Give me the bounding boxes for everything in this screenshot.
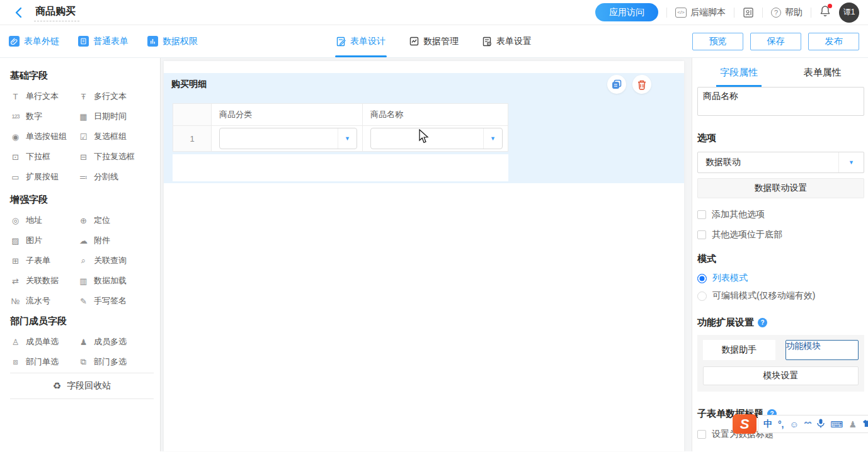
keyboard-icon[interactable]: ⌨: [830, 419, 843, 429]
data-link-settings-button[interactable]: 数据联动设置: [697, 178, 864, 198]
copy-widget-button[interactable]: [607, 75, 626, 94]
palette-item-department-multi[interactable]: ⧉部门多选: [78, 356, 154, 368]
palette-item-divider[interactable]: ≕分割线: [78, 171, 154, 183]
function-module-button[interactable]: 功能模块: [785, 340, 859, 360]
multi-dropdown-icon: ⊟: [78, 152, 89, 162]
list-mode-radio[interactable]: 列表模式: [697, 273, 864, 284]
category-select[interactable]: ▼: [219, 128, 357, 149]
preview-button[interactable]: 预览: [692, 33, 743, 50]
back-button[interactable]: [11, 6, 25, 20]
help-button[interactable]: ? 帮助: [771, 7, 802, 18]
chevron-left-icon: [15, 7, 22, 18]
punctuation-icon[interactable]: °,: [778, 419, 784, 429]
chinese-mode-icon[interactable]: 中: [763, 419, 772, 430]
chart-icon: ▥: [78, 276, 89, 286]
palette-item-linked-query[interactable]: ⌕关联查询: [78, 255, 154, 266]
publish-button[interactable]: 发布: [808, 33, 859, 50]
delete-widget-button[interactable]: [632, 75, 651, 94]
backend-script-button[interactable]: </> 后端脚本: [675, 7, 726, 18]
field-recycle-bin[interactable]: ♻ 字段回收站: [10, 373, 154, 399]
palette-item-member-single[interactable]: ♙成员单选: [10, 336, 78, 347]
chevron-down-icon[interactable]: ▼: [483, 128, 502, 149]
palette-item-radio-group[interactable]: ◉单选按钮组: [10, 131, 78, 142]
subform-icon: ⊞: [10, 256, 21, 266]
chevron-down-icon[interactable]: ▼: [338, 128, 357, 149]
column-header-category[interactable]: 商品分类: [212, 104, 363, 125]
palette-item-attachment[interactable]: ☁附件: [78, 235, 154, 246]
tab-form-properties[interactable]: 表单属性: [781, 58, 865, 87]
search-link-icon: ⌕: [78, 256, 89, 266]
palette-item-location[interactable]: ⊕定位: [78, 215, 154, 226]
recycle-icon: ♻: [53, 380, 61, 392]
extension-settings-label: 功能扩展设置 ?: [697, 317, 864, 329]
user-avatar[interactable]: 谭1: [839, 3, 859, 23]
name-select[interactable]: ▼: [370, 128, 503, 149]
column-header-index[interactable]: [173, 104, 212, 125]
external-link-entry[interactable]: 表单外链: [9, 36, 59, 47]
editable-mode-radio[interactable]: 可编辑模式(仅移动端有效): [697, 290, 864, 302]
save-button[interactable]: 保存: [750, 33, 801, 50]
palette-item-image[interactable]: ▨图片: [10, 235, 78, 246]
notification-button[interactable]: [819, 5, 831, 20]
plain-form-icon: [78, 36, 89, 47]
notification-badge: [828, 4, 832, 8]
add-other-option-checkbox[interactable]: 添加其他选项: [697, 209, 864, 220]
contacts-icon: [743, 7, 754, 18]
palette-item-number[interactable]: 123数字: [10, 111, 78, 122]
palette-item-select[interactable]: ⊡下拉框: [10, 151, 78, 162]
trash-icon: [637, 79, 647, 90]
mode-label: 模式: [697, 253, 864, 265]
palette-item-multi-line-text[interactable]: Ŧ多行文本: [78, 91, 154, 102]
account-icon[interactable]: ♟: [849, 419, 857, 429]
form-title[interactable]: 商品购买: [34, 4, 79, 21]
palette-item-signature[interactable]: ✎手写签名: [78, 295, 154, 307]
field-title-input[interactable]: 商品名称: [697, 87, 864, 116]
palette-item-multi-select[interactable]: ⊟下拉复选框: [78, 151, 154, 162]
subform-widget-selected[interactable]: 购买明细 商品分类 商品名称 1: [164, 73, 684, 183]
data-permission-entry[interactable]: 数据权限: [147, 36, 198, 47]
palette-item-checkbox-group[interactable]: ☑复选框组: [78, 131, 154, 142]
calendar-icon: ▦: [78, 112, 89, 121]
tab-field-properties[interactable]: 字段属性: [697, 58, 781, 87]
contacts-button[interactable]: [743, 7, 754, 18]
person-icon: ♙: [10, 337, 21, 347]
subform-title: 购买明细: [171, 79, 207, 90]
palette-item-single-line-text[interactable]: T单行文本: [10, 91, 78, 102]
button-icon: ▭: [10, 172, 21, 182]
palette-item-linked-data[interactable]: ⇄关联数据: [10, 275, 78, 286]
palette-item-member-multi[interactable]: ♟成员多选: [78, 336, 154, 347]
palette-item-address[interactable]: ◎地址: [10, 215, 78, 226]
radio-icon: [697, 291, 707, 301]
skin-icon[interactable]: [862, 419, 868, 429]
palette-item-subform[interactable]: ⊞子表单: [10, 255, 78, 266]
app-access-button[interactable]: 应用访问: [595, 3, 658, 21]
options-source-select[interactable]: 数据联动 ▼: [697, 152, 864, 173]
emoji-icon[interactable]: ☺: [790, 419, 799, 429]
tab-form-settings[interactable]: 表单设置: [483, 25, 532, 57]
module-settings-button[interactable]: 模块设置: [703, 366, 859, 385]
data-helper-button[interactable]: 数据助手: [703, 340, 775, 360]
divider-icon: ≕: [78, 172, 89, 182]
other-option-bottom-checkbox[interactable]: 其他选项位于底部: [697, 229, 864, 240]
row-index: 1: [173, 126, 212, 151]
checkbox-icon: [697, 230, 706, 239]
palette-item-extend-button[interactable]: ▭扩展按钮: [10, 171, 78, 183]
pen-icon: ✎: [78, 297, 89, 306]
palette-item-department-single[interactable]: ⧈部门单选: [10, 356, 78, 368]
voice-icon[interactable]: [817, 419, 825, 430]
departments-icon: ⧉: [78, 357, 89, 367]
palette-item-data-load[interactable]: ▥数据加载: [78, 275, 154, 286]
form-sheet[interactable]: 购买明细 商品分类 商品名称 1: [164, 61, 684, 451]
app-window: 商品购买 应用访问 </> 后端脚本 ? 帮助 谭1: [0, 0, 868, 452]
plain-form-entry[interactable]: 普通表单: [78, 36, 128, 47]
expression-icon[interactable]: ᵔᵔ: [804, 419, 812, 429]
column-header-name[interactable]: 商品名称: [363, 104, 508, 125]
help-icon[interactable]: ?: [758, 318, 767, 327]
tab-form-design[interactable]: 表单设计: [336, 25, 385, 57]
divider: [762, 8, 763, 18]
palette-item-serial-number[interactable]: №流水号: [10, 295, 78, 307]
tab-data-manage[interactable]: 数据管理: [409, 25, 459, 57]
table-row: 1 ▼ ▼: [173, 126, 508, 151]
sogou-logo[interactable]: S: [733, 414, 757, 434]
palette-item-datetime[interactable]: ▦日期时间: [78, 111, 154, 122]
